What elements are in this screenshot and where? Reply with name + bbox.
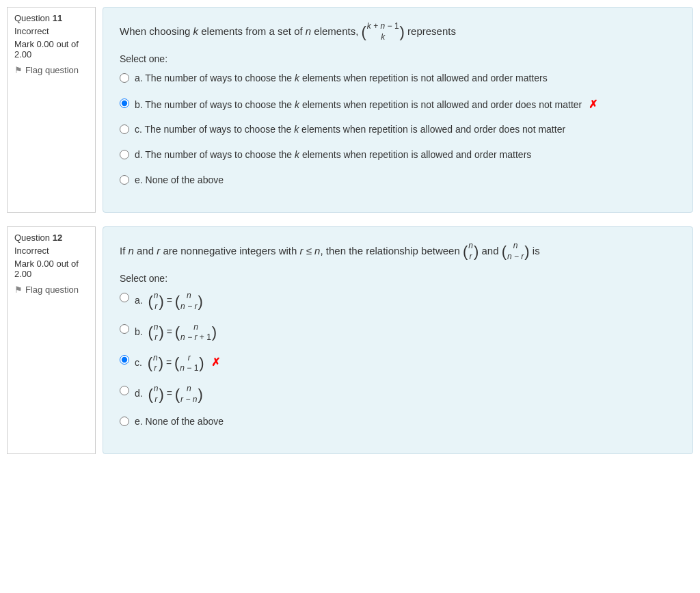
question-11-select-one: Select one: xyxy=(120,53,676,64)
q12-option-a-text: a. ( n r ) = ( xyxy=(135,291,676,312)
question-11-sidebar: Question 11 Incorrect Mark 0.00 out of 2… xyxy=(7,7,96,213)
q11-option-a: a. The number of ways to choose the k el… xyxy=(120,71,676,87)
q11-option-c-text: c. The number of ways to choose the k el… xyxy=(135,122,676,137)
question-11-flag[interactable]: ⚑ Flag question xyxy=(14,65,88,75)
question-12-flag-label: Flag question xyxy=(25,285,79,295)
q12-binom2: ( n n − r ) xyxy=(502,241,530,262)
question-11-content: When choosing k elements from a set of n… xyxy=(103,7,693,213)
q11-wrong-mark: ✗ xyxy=(589,98,597,110)
question-12-flag[interactable]: ⚑ Flag question xyxy=(14,285,88,295)
question-12-options: a. ( n r ) = ( xyxy=(120,291,676,430)
q11-option-d: d. The number of ways to choose the k el… xyxy=(120,148,676,163)
question-12-select-one: Select one: xyxy=(120,273,676,284)
q12-option-c-text: c. ( n r ) = ( xyxy=(135,353,676,374)
q12-option-d-text: d. ( n r ) = ( xyxy=(135,384,676,405)
q12-option-b-text: b. ( n r ) = ( xyxy=(135,322,676,343)
q11-radio-a[interactable] xyxy=(120,73,129,83)
q11-option-e-text: e. None of the above xyxy=(135,173,676,187)
question-11-title: Question 11 xyxy=(14,13,88,23)
q12-radio-d[interactable] xyxy=(120,386,129,395)
q11-var-n1: n xyxy=(306,25,311,37)
flag-icon: ⚑ xyxy=(14,65,23,75)
q11-option-c: c. The number of ways to choose the k el… xyxy=(120,122,676,138)
question-12-text: If n and r are nonnegative integers with… xyxy=(120,241,676,262)
q11-option-a-text: a. The number of ways to choose the k el… xyxy=(135,71,676,85)
question-12-block: Question 12 Incorrect Mark 0.00 out of 2… xyxy=(7,226,693,454)
q11-radio-d[interactable] xyxy=(120,150,129,159)
q11-option-e: e. None of the above xyxy=(120,173,676,189)
q11-option-d-text: d. The number of ways to choose the k el… xyxy=(135,148,676,162)
question-12-status: Incorrect xyxy=(14,246,88,256)
q12-wrong-mark: ✗ xyxy=(211,356,220,368)
question-12-content: If n and r are nonnegative integers with… xyxy=(103,226,693,454)
q12-option-b: b. ( n r ) = ( xyxy=(120,322,676,343)
q11-binom: ( k + n − 1 k ) xyxy=(362,21,405,42)
q12-option-a: a. ( n r ) = ( xyxy=(120,291,676,312)
q12-radio-b[interactable] xyxy=(120,324,129,334)
q12-radio-a[interactable] xyxy=(120,293,129,302)
question-12-title: Question 12 xyxy=(14,233,88,243)
q12-binom1: ( n r ) xyxy=(463,241,479,262)
q12-option-e: e. None of the above xyxy=(120,414,676,430)
page-container: Question 11 Incorrect Mark 0.00 out of 2… xyxy=(0,0,700,475)
question-12-sidebar: Question 12 Incorrect Mark 0.00 out of 2… xyxy=(7,226,96,454)
q12-radio-e[interactable] xyxy=(120,417,129,426)
q12-radio-c[interactable] xyxy=(120,355,129,365)
question-11-number: 11 xyxy=(53,13,62,23)
question-11-status: Incorrect xyxy=(14,26,88,36)
question-11-options: a. The number of ways to choose the k el… xyxy=(120,71,676,189)
flag-icon-12: ⚑ xyxy=(14,285,23,295)
q11-var-k1: k xyxy=(193,25,199,37)
question-11-text: When choosing k elements from a set of n… xyxy=(120,21,676,42)
q12-option-d: d. ( n r ) = ( xyxy=(120,384,676,405)
q11-radio-b[interactable] xyxy=(120,98,129,108)
question-11-flag-label: Flag question xyxy=(25,65,79,75)
q11-radio-e[interactable] xyxy=(120,175,129,185)
q11-radio-c[interactable] xyxy=(120,124,129,134)
question-11-block: Question 11 Incorrect Mark 0.00 out of 2… xyxy=(7,7,693,213)
q12-option-c: c. ( n r ) = ( xyxy=(120,353,676,374)
question-12-number: 12 xyxy=(53,233,62,243)
q12-option-e-text: e. None of the above xyxy=(135,414,676,429)
question-11-mark: Mark 0.00 out of 2.00 xyxy=(14,39,88,60)
q11-option-b-text: b. The number of ways to choose the k el… xyxy=(135,96,676,113)
question-12-mark: Mark 0.00 out of 2.00 xyxy=(14,259,88,279)
q11-option-b: b. The number of ways to choose the k el… xyxy=(120,96,676,113)
